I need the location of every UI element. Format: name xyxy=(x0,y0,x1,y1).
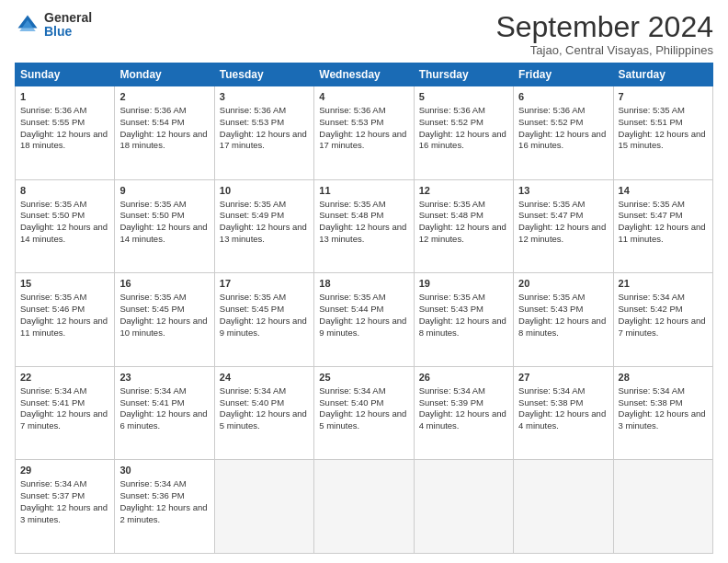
table-row: 10Sunrise: 5:35 AMSunset: 5:49 PMDayligh… xyxy=(214,179,313,273)
day-number: 6 xyxy=(518,90,608,104)
table-row: 28Sunrise: 5:34 AMSunset: 5:38 PMDayligh… xyxy=(613,366,712,460)
calendar-week-row: 22Sunrise: 5:34 AMSunset: 5:41 PMDayligh… xyxy=(16,366,713,460)
day-info: Daylight: 12 hours and 5 minutes. xyxy=(220,408,309,432)
table-row xyxy=(613,460,712,554)
calendar-week-row: 8Sunrise: 5:35 AMSunset: 5:50 PMDaylight… xyxy=(16,179,713,273)
col-sunday: Sunday xyxy=(16,63,115,86)
table-row: 22Sunrise: 5:34 AMSunset: 5:41 PMDayligh… xyxy=(16,366,115,460)
calendar-week-row: 29Sunrise: 5:34 AMSunset: 5:37 PMDayligh… xyxy=(16,460,713,554)
day-number: 24 xyxy=(220,371,309,385)
table-row: 25Sunrise: 5:34 AMSunset: 5:40 PMDayligh… xyxy=(314,366,414,460)
day-info: Daylight: 12 hours and 8 minutes. xyxy=(518,316,608,339)
table-row: 11Sunrise: 5:35 AMSunset: 5:48 PMDayligh… xyxy=(314,179,414,273)
table-row: 27Sunrise: 5:34 AMSunset: 5:38 PMDayligh… xyxy=(514,366,613,460)
day-number: 19 xyxy=(419,277,508,291)
day-number: 26 xyxy=(419,371,508,385)
day-info: Sunset: 5:43 PM xyxy=(419,304,508,316)
day-info: Sunrise: 5:34 AM xyxy=(319,385,408,397)
day-info: Daylight: 12 hours and 9 minutes. xyxy=(220,316,309,339)
day-info: Sunrise: 5:36 AM xyxy=(419,105,508,117)
day-info: Sunset: 5:40 PM xyxy=(319,397,408,409)
day-info: Sunset: 5:53 PM xyxy=(220,117,309,129)
day-info: Daylight: 12 hours and 3 minutes. xyxy=(20,502,109,526)
day-info: Sunrise: 5:34 AM xyxy=(119,385,209,397)
table-row xyxy=(214,460,313,554)
col-friday: Friday xyxy=(514,63,613,86)
day-number: 4 xyxy=(319,90,408,104)
day-number: 9 xyxy=(119,184,209,198)
day-info: Daylight: 12 hours and 12 minutes. xyxy=(419,222,508,246)
col-tuesday: Tuesday xyxy=(214,63,313,86)
day-info: Sunrise: 5:34 AM xyxy=(20,385,109,397)
table-row xyxy=(414,460,513,554)
day-info: Sunset: 5:37 PM xyxy=(20,490,109,502)
table-row: 26Sunrise: 5:34 AMSunset: 5:39 PMDayligh… xyxy=(414,366,513,460)
day-info: Sunset: 5:41 PM xyxy=(119,397,209,409)
day-info: Daylight: 12 hours and 6 minutes. xyxy=(119,408,209,432)
day-number: 25 xyxy=(319,371,408,385)
day-info: Sunrise: 5:35 AM xyxy=(220,292,309,304)
day-info: Daylight: 12 hours and 14 minutes. xyxy=(119,222,209,246)
day-number: 7 xyxy=(619,90,708,104)
day-number: 11 xyxy=(319,184,408,198)
day-info: Sunrise: 5:34 AM xyxy=(518,385,608,397)
table-row: 5Sunrise: 5:36 AMSunset: 5:52 PMDaylight… xyxy=(414,86,513,180)
col-monday: Monday xyxy=(115,63,214,86)
day-info: Sunrise: 5:34 AM xyxy=(619,292,708,304)
table-row: 16Sunrise: 5:35 AMSunset: 5:45 PMDayligh… xyxy=(115,273,214,367)
day-info: Sunset: 5:48 PM xyxy=(319,210,408,222)
logo: General Blue xyxy=(15,11,92,40)
day-info: Sunset: 5:40 PM xyxy=(220,397,309,409)
day-info: Sunset: 5:53 PM xyxy=(319,117,408,129)
day-info: Sunset: 5:38 PM xyxy=(518,397,608,409)
calendar-table: Sunday Monday Tuesday Wednesday Thursday… xyxy=(15,63,713,554)
day-info: Sunset: 5:54 PM xyxy=(119,117,209,129)
day-number: 13 xyxy=(518,184,608,198)
table-row xyxy=(514,460,613,554)
day-info: Sunset: 5:45 PM xyxy=(220,304,309,316)
day-info: Sunrise: 5:34 AM xyxy=(119,478,209,490)
calendar-header-row: Sunday Monday Tuesday Wednesday Thursday… xyxy=(16,63,713,86)
day-info: Daylight: 12 hours and 5 minutes. xyxy=(319,408,408,432)
day-info: Sunrise: 5:36 AM xyxy=(119,105,209,117)
day-number: 3 xyxy=(220,90,309,104)
day-number: 17 xyxy=(220,277,309,291)
col-wednesday: Wednesday xyxy=(314,63,414,86)
day-info: Sunrise: 5:35 AM xyxy=(20,199,109,211)
day-info: Daylight: 12 hours and 16 minutes. xyxy=(419,129,508,153)
logo-text: General Blue xyxy=(44,11,92,40)
table-row: 19Sunrise: 5:35 AMSunset: 5:43 PMDayligh… xyxy=(414,273,513,367)
day-info: Daylight: 12 hours and 2 minutes. xyxy=(119,502,209,526)
day-number: 28 xyxy=(619,371,708,385)
day-number: 2 xyxy=(119,90,209,104)
header: General Blue September 2024 Tajao, Centr… xyxy=(15,11,713,57)
day-info: Sunrise: 5:36 AM xyxy=(220,105,309,117)
day-number: 27 xyxy=(518,371,608,385)
table-row: 17Sunrise: 5:35 AMSunset: 5:45 PMDayligh… xyxy=(214,273,313,367)
table-row: 3Sunrise: 5:36 AMSunset: 5:53 PMDaylight… xyxy=(214,86,313,180)
day-info: Sunrise: 5:35 AM xyxy=(518,292,608,304)
table-row: 8Sunrise: 5:35 AMSunset: 5:50 PMDaylight… xyxy=(16,179,115,273)
day-info: Sunrise: 5:35 AM xyxy=(119,199,209,211)
day-info: Sunrise: 5:35 AM xyxy=(20,292,109,304)
day-info: Daylight: 12 hours and 4 minutes. xyxy=(518,408,608,432)
month-title: September 2024 xyxy=(495,11,713,43)
day-info: Sunrise: 5:34 AM xyxy=(619,385,708,397)
day-info: Sunrise: 5:35 AM xyxy=(220,199,309,211)
table-row: 21Sunrise: 5:34 AMSunset: 5:42 PMDayligh… xyxy=(613,273,712,367)
day-info: Daylight: 12 hours and 15 minutes. xyxy=(619,129,708,153)
day-info: Daylight: 12 hours and 4 minutes. xyxy=(419,408,508,432)
day-info: Sunrise: 5:35 AM xyxy=(119,292,209,304)
day-info: Sunset: 5:51 PM xyxy=(619,117,708,129)
calendar-week-row: 1Sunrise: 5:36 AMSunset: 5:55 PMDaylight… xyxy=(16,86,713,180)
table-row xyxy=(314,460,414,554)
day-number: 23 xyxy=(119,371,209,385)
day-info: Sunrise: 5:34 AM xyxy=(220,385,309,397)
day-info: Sunrise: 5:35 AM xyxy=(518,199,608,211)
day-info: Sunset: 5:47 PM xyxy=(619,210,708,222)
day-info: Daylight: 12 hours and 18 minutes. xyxy=(119,129,209,153)
day-number: 15 xyxy=(20,277,109,291)
day-info: Sunset: 5:52 PM xyxy=(419,117,508,129)
day-number: 18 xyxy=(319,277,408,291)
calendar-week-row: 15Sunrise: 5:35 AMSunset: 5:46 PMDayligh… xyxy=(16,273,713,367)
